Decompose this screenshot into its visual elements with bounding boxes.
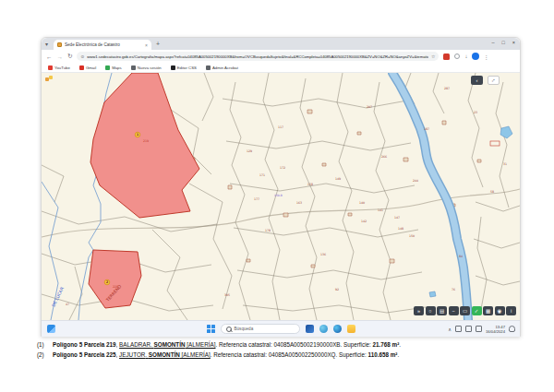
caption-line: (2) Polígono 5 Parcela 225, JEJUTOR. SOM…: [37, 350, 536, 360]
map-label: 158: [307, 183, 313, 186]
map-label: 141: [378, 208, 383, 212]
forward-icon[interactable]: →: [57, 53, 64, 60]
bookmark-item[interactable]: Nueva sesión: [131, 65, 162, 70]
map-canvas: 12192225 TERRENODE LUCAR1711721581491401…: [42, 73, 520, 320]
caption-segment: [ALMERÍA]: [186, 341, 216, 348]
caption-line: (1) Polígono 5 Parcela 219, BALADRAR. SO…: [37, 339, 536, 350]
bookmark-item[interactable]: Admin Acrobat: [206, 65, 238, 70]
expand-icon: ↕: [490, 77, 498, 84]
bookmark-label: Editor CSS: [177, 65, 197, 70]
reload-icon[interactable]: ↻: [67, 53, 72, 60]
search-placeholder: Búsqueda: [235, 327, 254, 331]
site-settings-icon[interactable]: ⊙: [80, 54, 84, 59]
map-tool-street-view[interactable]: ◉: [495, 306, 505, 315]
caption-segment: Polígono 5 Parcela 225: [53, 351, 116, 358]
river: [392, 73, 468, 320]
bookmark-star-icon[interactable]: ☆: [431, 53, 435, 59]
tab-close-icon[interactable]: ×: [145, 42, 148, 48]
file-explorer-icon[interactable]: [306, 325, 314, 333]
map-tool-grid[interactable]: ▦: [483, 306, 493, 315]
bookmark-item[interactable]: Maps: [105, 65, 122, 70]
clock-date: 16/04/2024: [486, 329, 505, 334]
map-tool-expand-tools[interactable]: »: [414, 306, 424, 315]
caption-segment: .: [399, 341, 401, 348]
folder-icon[interactable]: [347, 325, 355, 333]
start-button[interactable]: [207, 325, 215, 333]
caption-marker: (2): [37, 350, 48, 360]
map-label: 177: [254, 197, 259, 201]
taskbar-clock[interactable]: 13:47 16/04/2024: [486, 325, 505, 334]
caption-segment: SOMONTÍN: [149, 351, 180, 358]
extensions-icon[interactable]: [454, 53, 460, 59]
browser-tab[interactable]: Sede Electrónica de Catastro ×: [54, 40, 151, 50]
pond: [429, 291, 436, 297]
map-label: 58: [490, 190, 494, 194]
caption-segment: Polígono 5 Parcela 219: [53, 341, 116, 348]
notifications-icon[interactable]: [509, 326, 515, 332]
map-tool-zoom-search[interactable]: ○: [426, 306, 436, 315]
bookmark-label: Admin Acrobat: [212, 65, 238, 70]
bookmark-favicon: [105, 65, 110, 70]
map-label: 150-B: [274, 194, 283, 197]
map-tool-layers[interactable]: ▤: [437, 306, 447, 315]
downloads-icon[interactable]: ↓: [464, 53, 467, 59]
river-fill: [392, 73, 468, 320]
minimize-button[interactable]: –: [491, 40, 494, 45]
red-annotation-box: [490, 141, 500, 146]
collapse-panel-button[interactable]: ‹: [471, 76, 483, 85]
bookmark-favicon: [171, 65, 175, 70]
caption-segment: [ALMERÍA]: [180, 351, 211, 358]
caption-segment: 110.658 m²: [368, 351, 398, 358]
parcel-mesh-lines: [223, 99, 426, 313]
highlighted-parcela-219[interactable]: [90, 73, 199, 218]
bookmark-label: Gmail: [86, 65, 96, 70]
volume-icon[interactable]: [476, 326, 482, 332]
system-tray: ∧ 13:47 16/04/2024: [448, 321, 515, 337]
bookmark-item[interactable]: Editor CSS: [171, 65, 197, 70]
map-label: 244: [413, 179, 418, 183]
parcel-ref-number: 219: [143, 139, 149, 143]
url-text: www1.sedecatastro.gob.es/Cartografia/map…: [87, 54, 428, 59]
map-label: 117: [278, 125, 283, 129]
cadastral-map[interactable]: 12192225 TERRENODE LUCAR1711721581491401…: [42, 73, 520, 320]
map-tool-print[interactable]: ▭: [460, 306, 470, 315]
map-tool-confirm[interactable]: ✓: [472, 306, 482, 315]
map-label: 136: [320, 253, 326, 256]
onedrive-icon[interactable]: [455, 326, 462, 332]
url-bar[interactable]: ⊙ www1.sedecatastro.gob.es/Cartografia/m…: [77, 52, 439, 61]
profile-avatar[interactable]: [472, 53, 479, 60]
network-icon[interactable]: [465, 326, 472, 332]
bookmark-favicon: [206, 65, 211, 70]
screenshot-window: ▾ Sede Electrónica de Catastro × + – □ ×…: [41, 37, 521, 337]
window-controls: – □ ×: [491, 40, 515, 45]
map-tool-zoom-out[interactable]: −: [449, 306, 459, 315]
map-label: 142: [361, 220, 367, 223]
map-label: 47: [66, 303, 69, 306]
legend-corner-icon[interactable]: [45, 76, 54, 84]
bookmark-item[interactable]: YouTube: [48, 65, 70, 70]
taskbar-search[interactable]: Búsqueda: [221, 324, 300, 334]
tab-search-icon[interactable]: ▾: [45, 42, 48, 47]
extension-icon-red[interactable]: [443, 53, 450, 60]
close-button[interactable]: ×: [512, 40, 515, 45]
bookmark-favicon: [131, 65, 136, 70]
map-label: 84: [459, 255, 463, 258]
map-label: 140: [359, 201, 365, 205]
map-label: 187: [424, 127, 429, 131]
pond: [500, 126, 512, 138]
map-label: 76: [452, 288, 455, 291]
fullscreen-button[interactable]: ↕: [488, 76, 500, 85]
teams-icon[interactable]: [319, 325, 328, 333]
menu-kebab-icon[interactable]: ⋮: [483, 53, 488, 60]
back-icon[interactable]: ←: [46, 53, 53, 60]
bookmark-item[interactable]: Gmail: [79, 65, 96, 70]
highlighted-parcela-225[interactable]: [89, 250, 141, 308]
map-label: 148: [398, 227, 403, 231]
bookmark-label: Nueva sesión: [138, 65, 162, 70]
maximize-button[interactable]: □: [501, 40, 504, 45]
tray-chevron-icon[interactable]: ∧: [448, 327, 452, 332]
new-tab-button[interactable]: +: [156, 41, 160, 48]
edge-icon[interactable]: [333, 325, 342, 333]
map-tool-info[interactable]: i: [506, 306, 516, 315]
tab-title: Sede Electrónica de Catastro: [65, 42, 142, 47]
